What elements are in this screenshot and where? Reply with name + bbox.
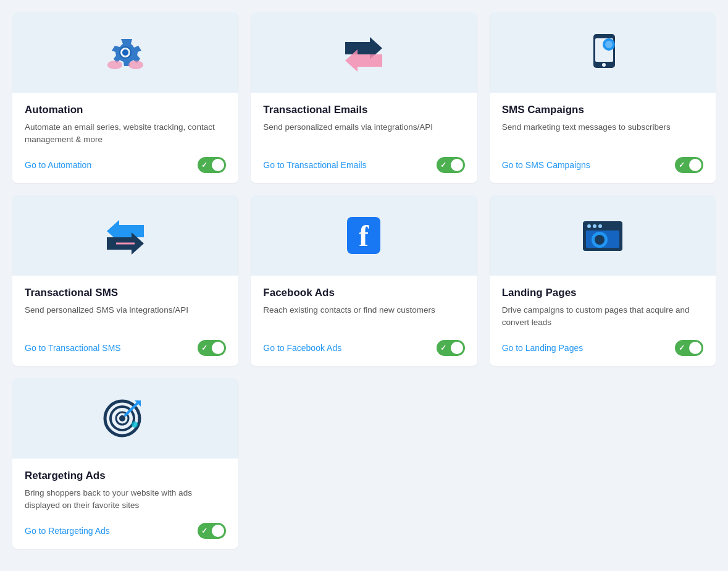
card-title-facebook-ads: Facebook Ads: [263, 287, 464, 299]
card-body-automation: Automation Automate an email series, web…: [12, 93, 238, 183]
landing-pages-icon: [578, 214, 627, 257]
card-facebook-ads: f Facebook Ads Reach existing contacts o…: [251, 195, 477, 366]
transactional-emails-icon: [339, 31, 388, 74]
card-icon-area-automation: [12, 12, 238, 93]
card-body-transactional-emails: Transactional Emails Send personalized e…: [251, 93, 477, 183]
toggle-knob-facebook-ads: [451, 342, 463, 354]
card-body-retargeting-ads: Retargeting Ads Bring shoppers back to y…: [12, 459, 238, 549]
card-transactional-sms: Transactional SMS Send personalized SMS …: [12, 195, 238, 366]
svg-point-23: [595, 235, 605, 245]
card-footer-landing-pages: Go to Landing Pages ✓: [502, 340, 703, 356]
card-footer-automation: Go to Automation ✓: [25, 157, 226, 173]
card-footer-transactional-sms: Go to Transactional SMS ✓: [25, 340, 226, 356]
card-icon-area-sms-campaigns: [490, 12, 716, 93]
card-footer-retargeting-ads: Go to Retargeting Ads ✓: [25, 523, 226, 539]
svg-point-4: [128, 61, 143, 69]
card-title-retargeting-ads: Retargeting Ads: [25, 470, 226, 482]
toggle-check-facebook-ads: ✓: [440, 344, 446, 352]
card-icon-area-retargeting-ads: [12, 378, 238, 459]
toggle-check-retargeting-ads: ✓: [201, 527, 207, 535]
card-desc-transactional-emails: Send personalized emails via integration…: [263, 121, 464, 147]
card-transactional-emails: Transactional Emails Send personalized e…: [251, 12, 477, 183]
toggle-check-transactional-sms: ✓: [201, 344, 207, 352]
svg-point-19: [593, 224, 596, 228]
svg-point-11: [605, 41, 613, 48]
card-footer-facebook-ads: Go to Facebook Ads ✓: [263, 340, 464, 356]
feature-grid: Automation Automate an email series, web…: [12, 12, 716, 549]
card-desc-automation: Automate an email series, website tracki…: [25, 121, 226, 147]
retargeting-ads-toggle[interactable]: ✓: [198, 523, 226, 539]
toggle-knob-landing-pages: [689, 342, 701, 354]
card-sms-campaigns: SMS Campaigns Send marketing text messag…: [490, 12, 716, 183]
automation-icon: [104, 31, 147, 74]
toggle-check-sms-campaigns: ✓: [679, 161, 685, 169]
svg-point-9: [602, 63, 606, 67]
card-footer-transactional-emails: Go to Transactional Emails ✓: [263, 157, 464, 173]
card-icon-area-transactional-sms: [12, 195, 238, 276]
landing-pages-toggle[interactable]: ✓: [675, 340, 703, 356]
go-to-transactional-emails-link[interactable]: Go to Transactional Emails: [263, 160, 366, 170]
go-to-transactional-sms-link[interactable]: Go to Transactional SMS: [25, 343, 121, 353]
card-footer-sms-campaigns: Go to SMS Campaigns ✓: [502, 157, 703, 173]
go-to-sms-campaigns-link[interactable]: Go to SMS Campaigns: [502, 160, 590, 170]
card-desc-sms-campaigns: Send marketing text messages to subscrib…: [502, 121, 703, 147]
card-desc-landing-pages: Drive campaigns to custom pages that acq…: [502, 304, 703, 330]
facebook-ads-icon: f: [342, 214, 385, 257]
card-retargeting-ads: Retargeting Ads Bring shoppers back to y…: [12, 378, 238, 549]
card-title-sms-campaigns: SMS Campaigns: [502, 104, 703, 116]
go-to-landing-pages-link[interactable]: Go to Landing Pages: [502, 343, 584, 353]
svg-point-27: [119, 415, 125, 421]
svg-point-20: [598, 224, 602, 228]
svg-point-2: [122, 49, 128, 56]
svg-point-30: [132, 421, 138, 428]
toggle-knob-retargeting-ads: [212, 525, 224, 537]
toggle-knob-transactional-emails: [451, 159, 463, 171]
card-title-automation: Automation: [25, 104, 226, 116]
toggle-knob-automation: [212, 159, 224, 171]
card-icon-area-facebook-ads: f: [251, 195, 477, 276]
transactional-emails-toggle[interactable]: ✓: [437, 157, 465, 173]
card-body-transactional-sms: Transactional SMS Send personalized SMS …: [12, 276, 238, 366]
card-icon-area-transactional-emails: [251, 12, 477, 93]
sms-campaigns-icon: [581, 31, 624, 74]
card-landing-pages: Landing Pages Drive campaigns to custom …: [490, 195, 716, 366]
card-automation: Automation Automate an email series, web…: [12, 12, 238, 183]
card-body-landing-pages: Landing Pages Drive campaigns to custom …: [490, 276, 716, 366]
toggle-check-automation: ✓: [201, 161, 207, 169]
card-title-transactional-emails: Transactional Emails: [263, 104, 464, 116]
automation-toggle[interactable]: ✓: [198, 157, 226, 173]
card-title-landing-pages: Landing Pages: [502, 287, 703, 299]
transactional-sms-icon: [101, 214, 150, 257]
card-desc-retargeting-ads: Bring shoppers back to your website with…: [25, 487, 226, 513]
svg-point-3: [107, 61, 122, 69]
card-title-transactional-sms: Transactional SMS: [25, 287, 226, 299]
go-to-automation-link[interactable]: Go to Automation: [25, 160, 91, 170]
sms-campaigns-toggle[interactable]: ✓: [675, 157, 703, 173]
go-to-retargeting-ads-link[interactable]: Go to Retargeting Ads: [25, 526, 110, 536]
go-to-facebook-ads-link[interactable]: Go to Facebook Ads: [263, 343, 341, 353]
toggle-knob-sms-campaigns: [689, 159, 701, 171]
card-desc-transactional-sms: Send personalized SMS via integrations/A…: [25, 304, 226, 330]
toggle-knob-transactional-sms: [212, 342, 224, 354]
card-desc-facebook-ads: Reach existing contacts or find new cust…: [263, 304, 464, 330]
toggle-check-landing-pages: ✓: [679, 344, 685, 352]
card-body-facebook-ads: Facebook Ads Reach existing contacts or …: [251, 276, 477, 366]
retargeting-ads-icon: [101, 397, 150, 440]
card-body-sms-campaigns: SMS Campaigns Send marketing text messag…: [490, 93, 716, 183]
svg-point-18: [587, 224, 591, 228]
facebook-ads-toggle[interactable]: ✓: [437, 340, 465, 356]
toggle-check-transactional-emails: ✓: [440, 161, 446, 169]
svg-text:f: f: [359, 219, 369, 252]
card-icon-area-landing-pages: [490, 195, 716, 276]
transactional-sms-toggle[interactable]: ✓: [198, 340, 226, 356]
